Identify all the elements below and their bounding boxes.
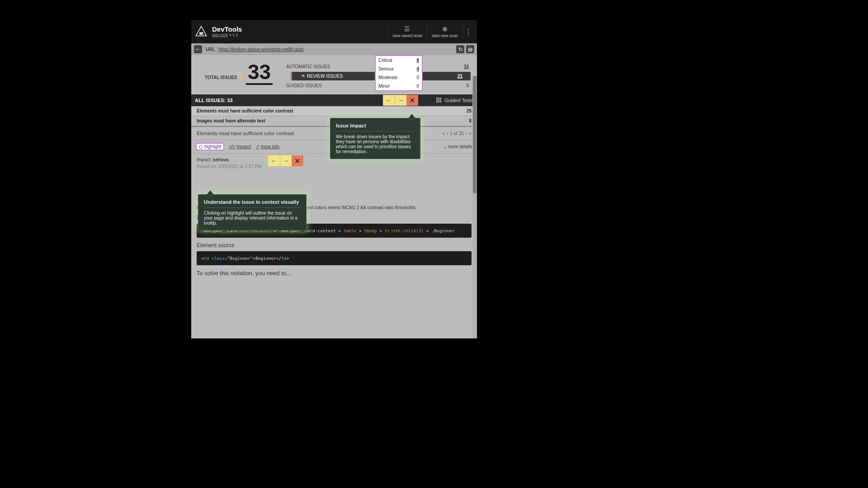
guided-tests-button[interactable]: Guided Tests bbox=[436, 98, 473, 103]
impact-row-minor[interactable]: Minor0 bbox=[376, 82, 422, 90]
pager-first[interactable]: « bbox=[443, 131, 445, 136]
tour-close-button[interactable]: ✕ bbox=[406, 95, 418, 106]
impact-breakdown: Critical8Serious4Moderate0Minor0 bbox=[375, 55, 423, 91]
list-icon: ☰ bbox=[404, 25, 410, 33]
svg-text:ax: ax bbox=[199, 32, 203, 35]
total-issues-label: TOTAL ISSUES ⚡ bbox=[205, 75, 244, 80]
tour-next-button[interactable]: → bbox=[395, 95, 406, 106]
save-button[interactable]: ▤ bbox=[466, 45, 474, 53]
bolt-icon: ⚡ bbox=[239, 75, 244, 80]
app-title: DevTools bbox=[212, 26, 242, 33]
view-saved-tests-button[interactable]: ☰ view saved tests bbox=[387, 23, 427, 40]
all-issues-bar: ALL ISSUES: 33 ← → ✕ Guided Tests bbox=[191, 94, 477, 106]
plus-page-icon: ⊕ bbox=[442, 25, 448, 33]
more-details-toggle[interactable]: ⌄more details bbox=[443, 144, 472, 149]
axe-logo-icon: ax bbox=[195, 25, 208, 38]
pager-prev[interactable]: ‹ bbox=[447, 131, 448, 136]
pager-next[interactable]: › bbox=[466, 131, 467, 136]
inspect-button[interactable]: </>inspect bbox=[229, 144, 251, 149]
highlight-ring-icon bbox=[199, 145, 203, 149]
tour-prev-button[interactable]: ← bbox=[383, 95, 395, 106]
more-info-link[interactable]: ↗more info bbox=[255, 144, 279, 149]
url-bar: ← URL https://broken-deque-workshop.netl… bbox=[191, 43, 477, 55]
issue-pager: « ‹ 1 of 25 › » bbox=[443, 131, 472, 136]
impact-row-critical[interactable]: Critical8 bbox=[376, 56, 422, 65]
highlight-button[interactable]: highlight bbox=[196, 143, 224, 150]
issue-row[interactable]: Elements must have sufficient color cont… bbox=[191, 106, 477, 116]
more-menu-button[interactable]: ⋮ bbox=[462, 23, 473, 40]
scrollbar-thumb[interactable] bbox=[473, 76, 476, 193]
element-source-label: Element source bbox=[197, 242, 472, 249]
impact-row-moderate[interactable]: Moderate0 bbox=[376, 73, 422, 82]
highlight-tooltip: Understand the issue in context visually… bbox=[198, 194, 307, 230]
scrollbar-track[interactable] bbox=[472, 76, 477, 338]
issue-impact-tooltip: Issue Impact We break down issues by the… bbox=[330, 118, 420, 159]
flag-icon: ⚑ bbox=[301, 74, 305, 79]
element-source-code: <td class="Beginner">Beginner</td> bbox=[197, 251, 472, 265]
total-issues-count[interactable]: 33 bbox=[246, 61, 273, 85]
url-link[interactable]: https://broken-deque-workshop.netlify.ap… bbox=[219, 47, 304, 52]
pager-position: 1 of 25 bbox=[450, 131, 464, 136]
engine-version: axe-core 4.1.2 bbox=[212, 33, 242, 38]
code-icon: </> bbox=[229, 144, 235, 149]
pager-last[interactable]: » bbox=[469, 131, 472, 136]
start-new-scan-button[interactable]: ⊕ start new scan bbox=[427, 23, 462, 40]
solve-heading: To solve this violation, you need to... bbox=[197, 270, 472, 277]
app-header: ax DevTools axe-core 4.1.2 ☰ view saved … bbox=[191, 20, 477, 43]
external-link-icon: ↗ bbox=[255, 144, 259, 149]
back-button[interactable]: ← bbox=[194, 45, 202, 53]
grid-icon bbox=[436, 98, 442, 103]
chevron-down-icon: ⌄ bbox=[443, 144, 447, 149]
impact-row-serious[interactable]: Serious4 bbox=[376, 65, 422, 73]
url-label: URL bbox=[206, 47, 215, 52]
summary-panel: TOTAL ISSUES ⚡ 33 AUTOMATIC ISSUES33 ⚑RE… bbox=[191, 55, 477, 94]
found-on-meta: Found on: 2/22/2021 at 1:27 PM bbox=[197, 164, 472, 169]
selected-issue-title: Elements must have sufficient color cont… bbox=[197, 131, 294, 136]
tour-nav: ← → ✕ bbox=[383, 95, 418, 106]
rerun-button[interactable]: ↻ bbox=[456, 45, 464, 53]
